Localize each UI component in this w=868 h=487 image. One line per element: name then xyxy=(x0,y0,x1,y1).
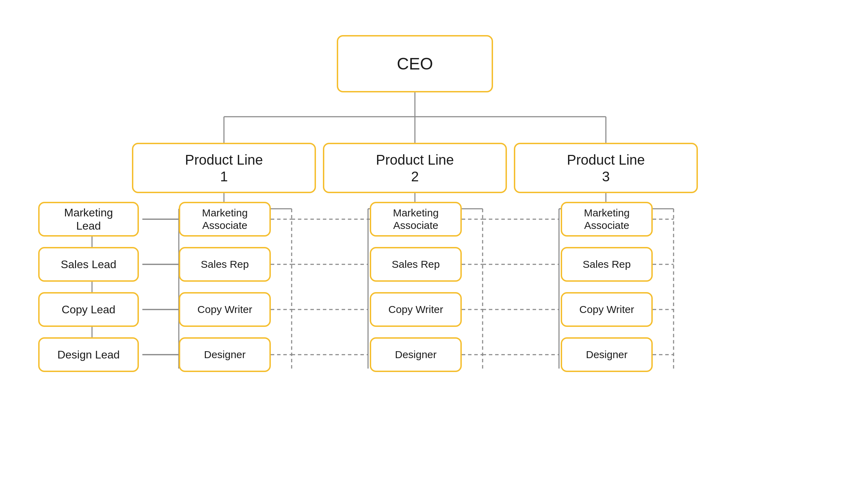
d1-node: Designer xyxy=(179,337,271,372)
sr3-node: Sales Rep xyxy=(561,247,653,282)
ceo-node: CEO xyxy=(337,35,493,92)
copy-lead-node: Copy Lead xyxy=(38,292,139,327)
ma1-node: MarketingAssociate xyxy=(179,202,271,237)
design-lead-node: Design Lead xyxy=(38,337,139,372)
ma3-node: MarketingAssociate xyxy=(561,202,653,237)
sr2-node: Sales Rep xyxy=(370,247,462,282)
marketing-lead-node: MarketingLead xyxy=(38,202,139,237)
sr1-node: Sales Rep xyxy=(179,247,271,282)
pl3-node: Product Line3 xyxy=(514,143,698,193)
ma2-node: MarketingAssociate xyxy=(370,202,462,237)
d3-node: Designer xyxy=(561,337,653,372)
pl2-node: Product Line2 xyxy=(323,143,507,193)
sales-lead-node: Sales Lead xyxy=(38,247,139,282)
cw1-node: Copy Writer xyxy=(179,292,271,327)
cw2-node: Copy Writer xyxy=(370,292,462,327)
cw3-node: Copy Writer xyxy=(561,292,653,327)
pl1-node: Product Line1 xyxy=(132,143,316,193)
d2-node: Designer xyxy=(370,337,462,372)
org-chart: CEO Product Line1 Product Line2 Product … xyxy=(35,18,833,469)
